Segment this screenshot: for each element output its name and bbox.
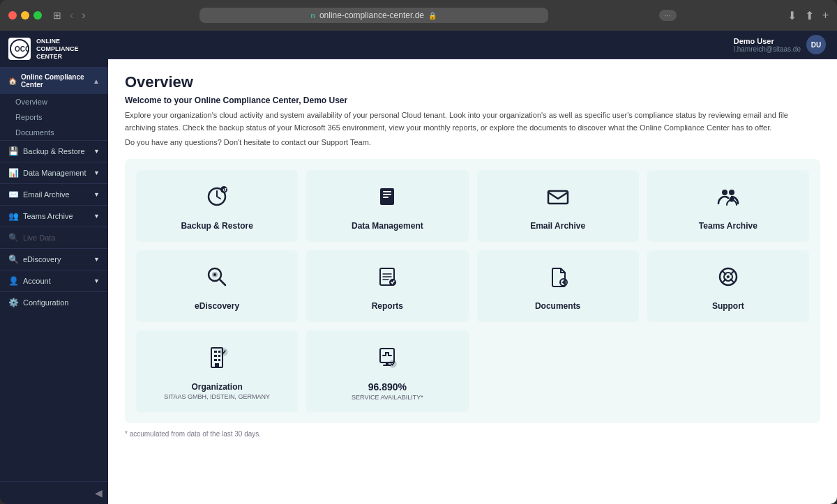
cards-row-2: eDiscovery (136, 250, 809, 322)
sidebar-item-overview[interactable]: Overview (0, 94, 108, 109)
svg-rect-8 (383, 197, 389, 198)
data-management-card-label: Data Management (352, 221, 423, 231)
cards-row-1: ↺ Backup & Restore (136, 170, 809, 242)
minimize-button[interactable] (21, 11, 29, 20)
card-documents[interactable]: Documents (477, 250, 639, 322)
sidebar-item-online-compliance-center[interactable]: 🏠 Online Compliance Center ▲ (0, 68, 108, 94)
card-backup-restore[interactable]: ↺ Backup & Restore (136, 170, 298, 242)
new-tab-icon[interactable]: + (822, 9, 829, 22)
description-text: Explore your organization's cloud activi… (125, 109, 820, 134)
svg-rect-28 (214, 359, 217, 361)
documents-card-icon (545, 264, 571, 294)
sidebar-item-data-management[interactable]: 📊 Data Management ▼ (0, 162, 108, 183)
svg-rect-34 (386, 362, 389, 365)
sidebar-item-ediscovery[interactable]: 🔍 eDiscovery ▼ (0, 248, 108, 270)
ediscovery-card-label: eDiscovery (195, 301, 239, 311)
fullscreen-button[interactable] (33, 11, 42, 20)
browser-icon: n (310, 11, 315, 20)
svg-rect-9 (548, 191, 568, 204)
sidebar-toggle-button[interactable]: ⊞ (53, 10, 61, 21)
back-button[interactable]: ‹ (67, 8, 76, 23)
share-icon[interactable]: ⬆ (805, 9, 814, 22)
sidebar-item-backup-restore[interactable]: 💾 Backup & Restore ▼ (0, 140, 108, 162)
card-teams-archive[interactable]: Teams Archive (647, 170, 809, 242)
logo-text: ONLINECOMPLIANCECENTER (36, 38, 79, 60)
cards-row-3: Organization SITAAS GMBH, IDSTEIN, GERMA… (136, 330, 809, 412)
sidebar-item-reports[interactable]: Reports (0, 109, 108, 125)
description-support: Do you have any questions? Don't hesitat… (125, 137, 820, 149)
support-card-label: Support (712, 301, 744, 311)
teams-archive-card-icon (716, 184, 741, 214)
ediscovery-card-icon (204, 264, 229, 294)
svg-rect-7 (383, 194, 391, 195)
card-support[interactable]: ? Support (647, 250, 809, 322)
user-text: Demo User l.hamreich@sitaas.de (734, 37, 801, 53)
organization-card-sublabel: SITAAS GMBH, IDSTEIN, GERMANY (164, 393, 270, 400)
backup-icon: 💾 (8, 146, 19, 156)
sidebar-item-configuration[interactable]: ⚙️ Configuration (0, 291, 108, 313)
sidebar-collapse-button[interactable]: ◀ (0, 481, 108, 504)
extensions-button[interactable]: ··· (659, 10, 677, 21)
sidebar-item-teams-archive[interactable]: 👥 Teams Archive ▼ (0, 205, 108, 227)
svg-point-11 (729, 190, 734, 195)
card-organization[interactable]: Organization SITAAS GMBH, IDSTEIN, GERMA… (136, 330, 298, 412)
chevron-down-icon-4: ▼ (93, 213, 100, 220)
sidebar-item-account[interactable]: 👤 Account ▼ (0, 270, 108, 291)
download-icon[interactable]: ⬇ (787, 9, 797, 22)
ediscovery-icon: 🔍 (8, 254, 19, 264)
organization-card-icon (204, 345, 229, 375)
chevron-down-icon-2: ▼ (93, 169, 100, 176)
teams-archive-icon: 👥 (8, 211, 19, 221)
footnote: * accumulated from data of the last 30 d… (125, 430, 820, 438)
svg-rect-26 (214, 355, 217, 357)
logo-icon: OCC (8, 38, 31, 60)
svg-text:↺: ↺ (223, 188, 227, 192)
content-area: Overview Welcome to your Online Complian… (108, 59, 837, 504)
traffic-lights (8, 11, 42, 20)
cards-container: ↺ Backup & Restore (125, 159, 820, 423)
email-archive-card-label: Email Archive (530, 221, 585, 231)
address-bar[interactable]: n online-compliance-center.de 🔒 (199, 8, 548, 23)
sidebar-item-email-archive[interactable]: ✉️ Email Archive ▼ (0, 183, 108, 205)
backup-restore-card-icon: ↺ (204, 184, 229, 214)
main-content: Overview Welcome to your Online Complian… (108, 59, 837, 504)
account-icon: 👤 (8, 276, 19, 286)
user-email: l.hamreich@sitaas.de (734, 45, 801, 53)
sidebar-item-live-data[interactable]: 🔍 Live Data (0, 227, 108, 248)
browser-toolbar: ⊞ ‹ › n online-compliance-center.de 🔒 ··… (0, 0, 837, 31)
svg-rect-6 (383, 191, 391, 192)
svg-rect-27 (218, 355, 220, 357)
availability-value: 96.890% (368, 381, 407, 392)
close-button[interactable] (8, 11, 17, 20)
svg-rect-30 (215, 363, 219, 367)
toolbar-actions: ⬇ ⬆ + (787, 9, 829, 22)
sidebar-item-documents[interactable]: Documents (0, 125, 108, 140)
sidebar-logo: OCC ONLINECOMPLIANCECENTER (0, 31, 108, 68)
svg-point-15 (213, 273, 216, 276)
availability-card-icon (375, 344, 400, 374)
sidebar: OCC ONLINECOMPLIANCECENTER 🏠 Online Comp… (0, 31, 108, 504)
card-reports[interactable]: Reports (306, 250, 468, 322)
live-data-icon: 🔍 (8, 233, 19, 243)
card-ediscovery[interactable]: eDiscovery (136, 250, 298, 322)
lock-icon: 🔒 (428, 12, 437, 20)
chevron-down-icon-3: ▼ (93, 191, 100, 198)
user-info: Demo User l.hamreich@sitaas.de DU (734, 35, 826, 54)
forward-button[interactable]: › (79, 8, 88, 23)
card-data-management[interactable]: Data Management (306, 170, 468, 242)
url-display: online-compliance-center.de (319, 10, 424, 20)
card-service-availability[interactable]: 96.890% SERVICE AVAILABILITY* (306, 330, 468, 412)
nav-arrows: ‹ › (67, 8, 89, 23)
data-management-icon: 📊 (8, 168, 19, 178)
configuration-icon: ⚙️ (8, 298, 19, 307)
email-archive-icon: ✉️ (8, 190, 19, 199)
page-title: Overview (125, 73, 820, 91)
svg-rect-29 (218, 359, 220, 361)
card-email-archive[interactable]: Email Archive (477, 170, 639, 242)
svg-point-10 (722, 190, 727, 195)
teams-archive-card-label: Teams Archive (699, 221, 757, 231)
welcome-title: Welcome to your Online Compliance Center… (125, 96, 820, 105)
email-archive-card-icon (545, 184, 571, 214)
support-card-icon: ? (716, 264, 741, 294)
reports-card-label: Reports (372, 301, 403, 311)
